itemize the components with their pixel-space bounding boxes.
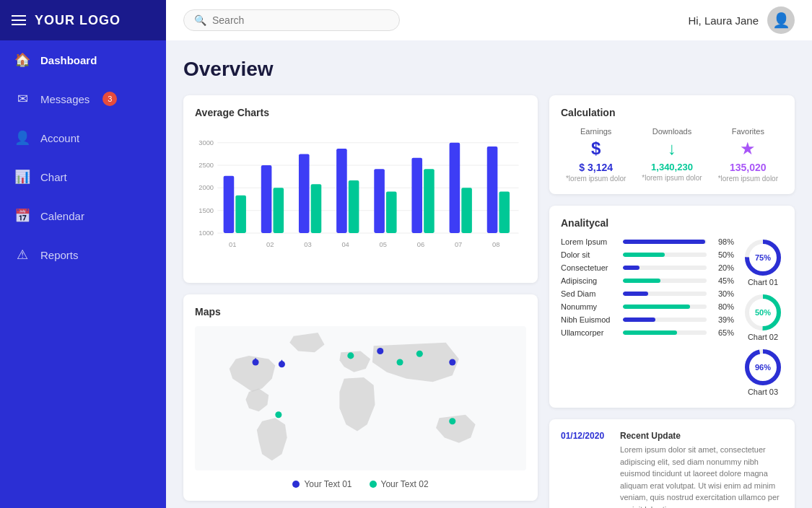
calculation-card: Calculation Earnings $ $ 3,124 *lorem ip… [549,95,795,194]
nav-list: 🏠 Dashboard ✉ Messages 3 👤 Account 📊 Cha… [0,40,166,274]
bar-chart-svg: 3000 2500 2000 1500 1000 [195,127,526,271]
dollar-icon: $ [561,139,631,159]
analytics-label: Nonummy [561,302,619,311]
svg-text:03: 03 [304,241,311,248]
analytics-row: Ullamcorper 65% [561,328,734,337]
analytics-bar-bg [623,240,707,244]
analytics-pct: 45% [711,276,734,285]
svg-rect-25 [499,192,510,233]
analytics-row: Consectetuer 20% [561,263,734,272]
analytics-pct: 50% [711,250,734,259]
earnings-label: Earnings [561,127,631,136]
sidebar-item-label: Calendar [40,210,84,222]
download-icon: ↓ [637,139,707,159]
svg-point-37 [377,348,383,354]
content-grid: Average Charts 3000 2500 2000 [183,95,795,508]
map-svg [195,326,526,470]
sidebar-item-dashboard[interactable]: 🏠 Dashboard [0,40,166,79]
right-panel: Calculation Earnings $ $ 3,124 *lorem ip… [549,95,795,508]
analytics-bar-fill [623,305,690,309]
analytics-bar-bg [623,279,707,283]
analitycal-title: Analitycal [561,217,783,229]
legend-label-2: Your Text 02 [381,479,429,489]
sidebar-item-label: Reports [40,249,79,261]
topbar: 🔍 Hi, Laura Jane 👤 [166,0,812,40]
favorites-sub: *lorem ipsum dolor [713,175,783,183]
search-box[interactable]: 🔍 [183,9,400,31]
sidebar-item-messages[interactable]: ✉ Messages 3 [0,79,166,118]
svg-rect-12 [261,165,272,233]
user-icon: 👤 [14,130,30,146]
world-map [195,326,526,470]
topbar-right: Hi, Laura Jane 👤 [688,6,795,34]
legend-label-1: Your Text 01 [304,479,352,489]
analytics-bar-fill [623,240,705,244]
analitycal-card: Analitycal Lorem Ipsum 98% Dolor sit 50%… [549,206,795,408]
analytics-bar-fill [623,253,665,257]
chart-icon: 📊 [14,169,30,185]
svg-point-36 [347,352,354,359]
donut-item: 50% Chart 02 [743,292,783,341]
donut-label: Chart 03 [743,387,783,396]
analitycal-inner: Lorem Ipsum 98% Dolor sit 50% Consectetu… [561,237,783,396]
favorites-value: 135,020 [713,162,783,173]
avg-charts-card: Average Charts 3000 2500 2000 [183,95,538,283]
donut-center-text: 96% [755,363,771,372]
donut-label: Chart 02 [743,333,783,341]
svg-rect-18 [374,169,385,233]
donut-item: 96% Chart 03 [743,347,783,396]
donut-center-text: 75% [755,253,771,262]
svg-point-41 [275,411,281,418]
recent-update-card: 01/12/2020 Recent Update Lorem ipsum dol… [549,419,795,508]
analytics-bar-bg [623,266,707,270]
svg-rect-16 [336,149,347,233]
legend-item-2: Your Text 02 [370,479,429,489]
svg-text:1500: 1500 [198,207,214,214]
donut-center-text: 50% [755,308,771,317]
svg-rect-14 [299,154,310,233]
svg-rect-22 [450,143,460,233]
search-input[interactable] [212,14,389,26]
analytics-pct: 30% [711,289,734,298]
logo: YOUR LOGO [35,13,121,28]
sidebar-item-label: Dashboard [40,54,97,66]
recent-card-inner: 01/12/2020 Recent Update Lorem ipsum dol… [561,431,783,508]
svg-text:2500: 2500 [198,162,214,169]
sidebar: YOUR LOGO 🏠 Dashboard ✉ Messages 3 👤 Acc… [0,0,166,508]
avatar[interactable]: 👤 [767,6,795,34]
svg-rect-20 [411,158,422,233]
svg-text:04: 04 [341,241,349,248]
sidebar-item-calendar[interactable]: 📅 Calendar [0,196,166,235]
sidebar-item-account[interactable]: 👤 Account [0,118,166,157]
analytics-bar-fill [623,279,660,283]
map-legend: Your Text 01 Your Text 02 [195,479,526,489]
downloads-value: 1,340,230 [637,162,707,172]
donut-label: Chart 01 [743,278,783,286]
sidebar-item-reports[interactable]: ⚠ Reports [0,235,166,274]
sidebar-item-chart[interactable]: 📊 Chart [0,157,166,196]
maps-card: Maps [183,294,538,501]
downloads-sub: *lorem ipsum dolor [637,174,707,182]
svg-point-40 [397,359,403,365]
svg-text:06: 06 [417,241,424,248]
svg-text:3000: 3000 [198,139,214,146]
page-title: Overview [183,58,795,81]
home-icon: 🏠 [14,52,30,68]
earnings-value: $ 3,124 [561,162,631,173]
analytics-row: Dolor sit 50% [561,250,734,259]
downloads-label: Downloads [637,127,707,136]
svg-rect-10 [224,176,235,233]
hamburger-menu[interactable] [12,15,26,25]
analytics-row: Adipiscing 45% [561,276,734,285]
downloads-item: Downloads ↓ 1,340,230 *lorem ipsum dolor [637,127,707,183]
svg-rect-17 [349,180,359,233]
recent-content: Recent Update Lorem ipsum dolor sit amet… [620,431,783,508]
svg-point-38 [416,351,423,357]
analytics-row: Nibh Euismod 39% [561,315,734,324]
analytics-row: Lorem Ipsum 98% [561,237,734,246]
analytics-bar-bg [623,318,707,322]
favorites-item: Favorites ★ 135,020 *lorem ipsum dolor [713,127,783,183]
bar-chart: 3000 2500 2000 1500 1000 [195,127,526,271]
recent-title: Recent Update [620,431,783,441]
analitycal-bars: Lorem Ipsum 98% Dolor sit 50% Consectetu… [561,237,734,396]
